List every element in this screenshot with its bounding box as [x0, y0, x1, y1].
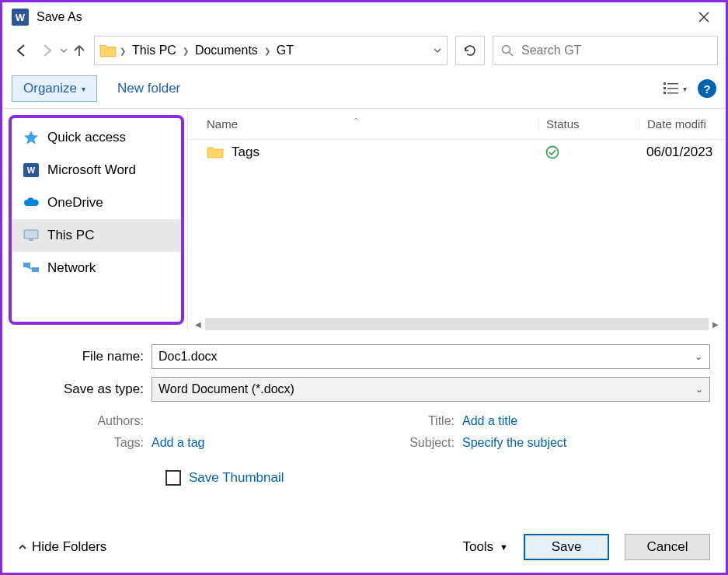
help-button[interactable]: ? [698, 79, 716, 98]
breadcrumb-separator: ❯ [120, 47, 126, 55]
svg-rect-13 [32, 267, 39, 272]
scrollbar-track[interactable] [205, 318, 709, 330]
close-icon [698, 12, 709, 23]
window-title: Save As [37, 10, 688, 24]
sidebar-item-label: OneDrive [47, 195, 103, 211]
sidebar-item-label: Microsoft Word [47, 162, 136, 178]
view-options-button[interactable]: ▾ [663, 82, 687, 96]
chevron-down-icon: ▾ [683, 85, 687, 93]
title-bar: W Save As [2, 2, 726, 32]
sidebar-item-label: This PC [47, 228, 94, 243]
svg-rect-7 [667, 88, 678, 89]
details-view-icon [663, 82, 680, 96]
tags-field[interactable]: Add a tag [152, 436, 369, 450]
save-type-select[interactable]: Word Document (*.docx) ⌄ [152, 377, 710, 402]
svg-rect-11 [29, 239, 33, 241]
hide-folders-button[interactable]: Hide Folders [18, 539, 106, 555]
column-headers: Name ⌃ Status Date modifi [188, 109, 726, 140]
refresh-button[interactable] [455, 36, 485, 65]
save-thumbnail-checkbox[interactable] [165, 470, 181, 486]
svg-rect-10 [24, 230, 38, 239]
search-input[interactable] [521, 44, 709, 57]
tags-label: Tags: [18, 436, 152, 450]
file-row[interactable]: Tags 06/01/2023 [188, 140, 726, 165]
file-list-area: Name ⌃ Status Date modifi Tags 06/01/202… [187, 109, 726, 332]
file-name: Tags [232, 145, 260, 160]
organize-button[interactable]: Organize ▾ [12, 75, 97, 102]
svg-point-2 [503, 46, 510, 54]
breadcrumb-separator: ❯ [264, 47, 270, 55]
save-thumbnail-label[interactable]: Save Thumbnail [189, 470, 284, 486]
sidebar-item-this-pc[interactable]: This PC [12, 219, 181, 252]
breadcrumb-dropdown[interactable] [433, 46, 442, 55]
title-field[interactable]: Add a title [462, 414, 710, 428]
chevron-down-icon [433, 46, 442, 55]
arrow-left-icon [14, 43, 30, 58]
organize-label: Organize [23, 81, 77, 96]
sidebar-item-label: Quick access [47, 130, 126, 145]
chevron-down-icon[interactable]: ⌄ [695, 351, 702, 362]
close-button[interactable] [688, 5, 719, 29]
sidebar-item-onedrive[interactable]: OneDrive [12, 186, 181, 219]
horizontal-scrollbar[interactable]: ◀ ▶ [188, 316, 726, 332]
breadcrumb[interactable]: ❯ This PC ❯ Documents ❯ GT [94, 36, 448, 65]
svg-line-3 [510, 53, 514, 57]
network-icon [23, 260, 40, 277]
file-name-input[interactable] [152, 344, 710, 369]
file-date: 06/01/2023 [639, 145, 716, 160]
subject-label: Subject: [369, 436, 462, 450]
star-icon [23, 129, 40, 146]
file-name-label: File name: [18, 349, 152, 364]
chevron-down-icon: ⌄ [695, 384, 703, 395]
svg-rect-5 [667, 83, 678, 85]
svg-point-15 [547, 147, 559, 159]
sidebar-item-network[interactable]: Network [12, 252, 181, 284]
content-area: Quick access W Microsoft Word OneDrive T… [2, 108, 726, 332]
column-status[interactable]: Status [538, 117, 639, 131]
breadcrumb-item[interactable]: GT [273, 42, 297, 59]
navigation-bar: ❯ This PC ❯ Documents ❯ GT [2, 32, 726, 69]
save-form: File name: ⌄ Save as type: Word Document… [2, 332, 726, 493]
cancel-button[interactable]: Cancel [625, 534, 710, 560]
column-date[interactable]: Date modifi [639, 117, 716, 131]
subject-field[interactable]: Specify the subject [462, 436, 710, 450]
scroll-right-icon[interactable]: ▶ [709, 320, 723, 329]
save-type-label: Save as type: [18, 382, 152, 397]
nav-back-button[interactable] [10, 39, 33, 62]
nav-history-dropdown[interactable] [60, 47, 68, 54]
chevron-down-icon: ▾ [82, 85, 85, 93]
chevron-down-icon: ▼ [500, 542, 508, 552]
new-folder-button[interactable]: New folder [111, 76, 186, 101]
column-name[interactable]: Name ⌃ [197, 117, 538, 131]
sort-indicator-icon: ⌃ [353, 117, 359, 125]
breadcrumb-item[interactable]: Documents [192, 42, 261, 59]
svg-rect-6 [664, 87, 666, 89]
breadcrumb-item[interactable]: This PC [129, 42, 179, 59]
sidebar-item-word[interactable]: W Microsoft Word [12, 154, 181, 186]
cloud-icon [23, 194, 40, 211]
search-box[interactable] [493, 36, 718, 65]
sidebar-item-quick-access[interactable]: Quick access [12, 121, 181, 154]
authors-label: Authors: [18, 414, 152, 428]
folder-icon [207, 145, 224, 159]
save-type-value: Word Document (*.docx) [158, 382, 294, 396]
word-icon: W [23, 162, 40, 179]
nav-up-button[interactable] [72, 44, 86, 57]
file-status [538, 145, 639, 159]
svg-rect-8 [664, 92, 666, 94]
scroll-left-icon[interactable]: ◀ [191, 320, 205, 329]
svg-rect-12 [23, 263, 30, 267]
chevron-up-icon [18, 542, 27, 552]
svg-rect-9 [667, 92, 678, 94]
svg-rect-4 [664, 82, 666, 85]
title-label: Title: [369, 414, 462, 428]
word-app-icon: W [12, 9, 29, 26]
synced-icon [545, 145, 559, 159]
tools-button[interactable]: Tools ▼ [462, 539, 508, 555]
nav-forward-button[interactable] [35, 39, 58, 62]
nav-arrows [10, 39, 86, 62]
refresh-icon [463, 44, 477, 57]
toolbar: Organize ▾ New folder ▾ ? [2, 69, 726, 108]
save-button[interactable]: Save [524, 534, 609, 560]
breadcrumb-separator: ❯ [183, 47, 189, 55]
